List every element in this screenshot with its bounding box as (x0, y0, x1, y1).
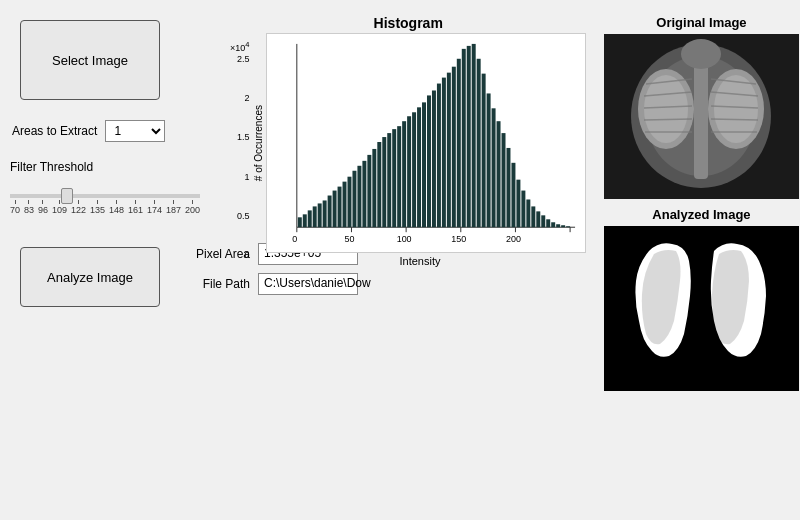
svg-rect-16 (363, 161, 367, 227)
svg-rect-54 (552, 222, 556, 227)
svg-rect-48 (522, 191, 526, 228)
svg-rect-35 (457, 59, 461, 227)
svg-rect-30 (432, 90, 436, 227)
histogram-title: Histogram (374, 15, 443, 31)
svg-rect-44 (502, 133, 506, 227)
svg-rect-11 (338, 187, 342, 228)
svg-rect-13 (348, 177, 352, 228)
slider-thumb[interactable] (61, 188, 73, 204)
analyzed-image (604, 226, 799, 391)
svg-rect-5 (308, 210, 312, 227)
svg-rect-47 (517, 180, 521, 228)
svg-rect-50 (532, 206, 536, 227)
svg-rect-17 (368, 155, 372, 227)
svg-rect-27 (418, 107, 422, 227)
svg-rect-45 (507, 148, 511, 227)
svg-rect-41 (487, 93, 491, 227)
left-panel: Select Image Areas to Extract 1 2 3 Filt… (10, 10, 220, 510)
svg-point-76 (714, 75, 758, 143)
svg-text:50: 50 (345, 234, 355, 244)
svg-line-85 (711, 119, 758, 120)
analyzed-svg (604, 226, 799, 391)
svg-rect-28 (422, 102, 426, 227)
svg-rect-31 (437, 84, 441, 228)
svg-rect-52 (542, 215, 546, 227)
svg-rect-19 (378, 142, 382, 227)
svg-rect-12 (343, 182, 347, 228)
analyze-image-label: Analyze Image (47, 270, 133, 285)
svg-rect-26 (413, 112, 417, 227)
svg-rect-4 (303, 214, 307, 227)
svg-rect-25 (408, 116, 412, 227)
svg-rect-42 (492, 108, 496, 227)
svg-text:0: 0 (293, 234, 298, 244)
x-axis-label: Intensity (399, 255, 440, 267)
y-tick-1: 1 (244, 172, 249, 182)
y-axis-label: # of Occurrences (253, 105, 264, 181)
svg-text:150: 150 (452, 234, 467, 244)
original-image (604, 34, 799, 199)
svg-rect-57 (567, 226, 571, 227)
y-tick-05: 0.5 (237, 211, 250, 221)
svg-rect-36 (462, 49, 466, 227)
svg-rect-49 (527, 199, 531, 227)
svg-rect-53 (547, 219, 551, 227)
svg-rect-34 (452, 67, 456, 228)
svg-text:100: 100 (397, 234, 412, 244)
select-image-label: Select Image (52, 53, 128, 68)
svg-rect-37 (467, 46, 471, 227)
svg-rect-46 (512, 163, 516, 227)
svg-rect-29 (427, 95, 431, 227)
right-panel: Original Image (596, 10, 800, 510)
slider-container: 70 83 96 109 122 135 148 161 174 187 200 (10, 194, 200, 215)
slider-ticks: 70 83 96 109 122 135 148 161 174 187 200 (10, 200, 200, 215)
svg-rect-7 (318, 203, 322, 227)
areas-label: Areas to Extract (12, 124, 97, 138)
svg-rect-18 (373, 149, 377, 227)
svg-point-74 (644, 75, 688, 143)
svg-rect-55 (557, 224, 561, 227)
svg-rect-51 (537, 211, 541, 227)
svg-point-87 (681, 39, 721, 69)
filter-label: Filter Threshold (10, 160, 93, 174)
svg-rect-22 (393, 129, 397, 227)
filter-section: Filter Threshold 70 83 96 109 122 135 14… (10, 160, 220, 215)
original-image-section: Original Image (596, 15, 800, 199)
y-tick-15: 1.5 (237, 132, 250, 142)
svg-text:200: 200 (506, 234, 521, 244)
svg-rect-8 (323, 200, 327, 227)
svg-rect-24 (403, 121, 407, 227)
bottom-section: Analyze Image Pixel Area 1.355e+05 File … (10, 229, 220, 307)
y-tick-0: 0 (244, 250, 249, 260)
y-tick-25: 2.5 (237, 54, 250, 64)
slider-track (10, 194, 200, 198)
areas-select[interactable]: 1 2 3 (105, 120, 165, 142)
svg-rect-21 (388, 133, 392, 227)
center-panel: Histogram ×104 2.5 2 1.5 1 0.5 0 # of Oc… (230, 10, 586, 510)
areas-row: Areas to Extract 1 2 3 (12, 120, 220, 142)
svg-line-80 (644, 119, 692, 120)
svg-rect-9 (328, 196, 332, 228)
analyze-image-button[interactable]: Analyze Image (20, 247, 160, 307)
svg-rect-88 (604, 226, 799, 391)
svg-rect-33 (447, 73, 451, 228)
select-image-button[interactable]: Select Image (20, 20, 160, 100)
svg-rect-15 (358, 166, 362, 227)
svg-rect-14 (353, 171, 357, 227)
svg-rect-40 (482, 74, 486, 228)
svg-rect-39 (477, 59, 481, 227)
analyzed-image-section: Analyzed Image (596, 207, 800, 391)
svg-rect-3 (298, 217, 302, 227)
svg-rect-43 (497, 121, 501, 227)
analyzed-image-title: Analyzed Image (652, 207, 750, 222)
xray-svg (604, 34, 799, 199)
svg-rect-38 (472, 44, 476, 227)
svg-rect-6 (313, 206, 317, 227)
svg-rect-32 (442, 78, 446, 228)
histogram-svg: 0 50 100 150 200 (267, 34, 585, 252)
y-tick-2: 2 (244, 93, 249, 103)
svg-rect-56 (562, 225, 566, 227)
original-image-title: Original Image (656, 15, 746, 30)
svg-rect-20 (383, 137, 387, 227)
histogram-canvas-area: 0 50 100 150 200 (266, 33, 586, 253)
